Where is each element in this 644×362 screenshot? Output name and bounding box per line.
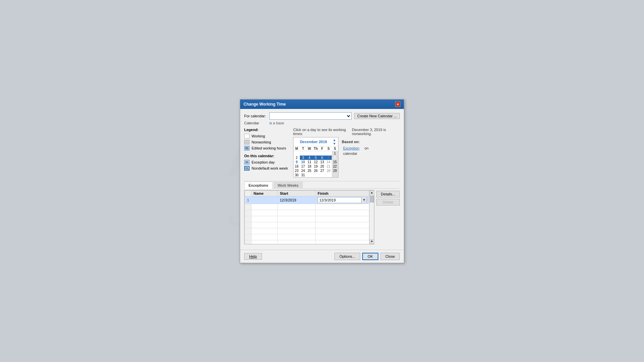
exception-day-box: 31 bbox=[244, 160, 250, 165]
cal-day[interactable] bbox=[313, 151, 319, 156]
close-button[interactable]: × bbox=[395, 102, 400, 107]
options-button[interactable]: Options... bbox=[334, 253, 360, 260]
scroll-up-arrow[interactable]: ▲ bbox=[370, 190, 374, 195]
cal-day[interactable]: 23 bbox=[293, 169, 300, 173]
exceptions-table: Name Start Finish 1 12/3 bbox=[245, 190, 369, 244]
cal-day[interactable]: 6 bbox=[319, 156, 325, 160]
cal-day[interactable]: 14 bbox=[325, 160, 332, 164]
cal-day[interactable] bbox=[325, 173, 332, 177]
close-label: Close bbox=[385, 254, 395, 258]
footer-right: Options... OK Close bbox=[334, 253, 400, 260]
exception-link[interactable]: Exception bbox=[342, 146, 360, 150]
title-bar: Change Working Time × bbox=[240, 100, 404, 109]
cal-day[interactable]: 16 bbox=[293, 164, 300, 169]
cal-day[interactable] bbox=[319, 173, 325, 177]
cal-day[interactable]: 15 bbox=[332, 160, 338, 164]
exceptions-table-wrapper: Name Start Finish 1 12/3 bbox=[245, 190, 369, 244]
exceptions-area: Name Start Finish 1 12/3 bbox=[244, 190, 400, 244]
exc-start[interactable]: 12/3/2019 bbox=[278, 196, 316, 204]
table-row: 30 31 bbox=[293, 173, 338, 177]
exc-finish[interactable] bbox=[315, 204, 369, 210]
cal-day[interactable]: 27 bbox=[319, 169, 325, 173]
scroll-thumb[interactable] bbox=[370, 196, 374, 202]
on-this-calendar-title: On this calendar: bbox=[244, 154, 290, 158]
table-row: 1 12/3/2019 12/3/2019 ▼ bbox=[245, 196, 369, 204]
day-header-t: T bbox=[300, 146, 306, 151]
ok-button[interactable]: OK bbox=[362, 253, 378, 260]
cal-day[interactable] bbox=[332, 173, 338, 177]
day-header-s2: S bbox=[332, 146, 338, 151]
cal-day[interactable]: 4 bbox=[306, 156, 313, 160]
cal-day[interactable]: 29 bbox=[332, 169, 338, 173]
cal-day[interactable]: 5 bbox=[313, 156, 319, 160]
cal-day[interactable]: 9 bbox=[293, 160, 300, 164]
cal-day[interactable] bbox=[319, 151, 325, 156]
tab-exceptions[interactable]: Exceptions bbox=[244, 182, 273, 189]
exceptions-table-header: Name Start Finish bbox=[245, 190, 369, 196]
cal-day[interactable]: 10 bbox=[300, 160, 306, 164]
cal-day[interactable]: 22 bbox=[332, 164, 338, 169]
cal-day[interactable]: 26 bbox=[313, 169, 319, 173]
nondefault-box: 31 bbox=[244, 166, 250, 171]
cal-day[interactable] bbox=[293, 151, 300, 156]
cal-day[interactable]: 28 bbox=[325, 169, 332, 173]
table-row bbox=[245, 222, 369, 228]
cal-day[interactable] bbox=[325, 151, 332, 156]
calendar-nav-up[interactable]: ▲ bbox=[332, 138, 337, 142]
exc-start[interactable] bbox=[278, 204, 316, 210]
cal-day[interactable] bbox=[313, 173, 319, 177]
exc-finish[interactable]: 12/3/2019 ▼ bbox=[315, 196, 369, 204]
for-calendar-label: For calendar: bbox=[244, 114, 269, 118]
finish-dropdown-arrow[interactable]: ▼ bbox=[361, 197, 367, 203]
scroll-down-arrow[interactable]: ▼ bbox=[370, 239, 374, 244]
cal-day[interactable] bbox=[306, 173, 313, 177]
cal-day[interactable]: 21 bbox=[325, 164, 332, 169]
cal-day[interactable]: 19 bbox=[313, 164, 319, 169]
cal-day[interactable]: 31 bbox=[300, 173, 306, 177]
calendar-base-row: Calendar is a base bbox=[244, 121, 400, 125]
cal-day[interactable]: 17 bbox=[300, 164, 306, 169]
cal-day[interactable]: 20 bbox=[319, 164, 325, 169]
tab-work-weeks[interactable]: Work Weeks bbox=[273, 182, 303, 189]
delete-button[interactable]: Delete bbox=[376, 199, 400, 205]
cal-day[interactable]: 13 bbox=[319, 160, 325, 164]
cal-day[interactable]: 30 bbox=[293, 173, 300, 177]
cal-day[interactable] bbox=[300, 151, 306, 156]
cal-day[interactable]: 12 bbox=[313, 160, 319, 164]
cal-day[interactable] bbox=[306, 151, 313, 156]
cal-day[interactable]: 8 bbox=[332, 156, 338, 160]
day-header-s1: S bbox=[325, 146, 332, 151]
legend-panel: Legend: Working Nonworking 31 Edited wor… bbox=[244, 128, 290, 178]
legend-item-nonworking: Nonworking bbox=[244, 140, 290, 144]
cal-day[interactable]: 25 bbox=[306, 169, 313, 173]
cal-day[interactable]: 18 bbox=[306, 164, 313, 169]
row-num bbox=[245, 204, 252, 210]
calendar-select[interactable] bbox=[269, 112, 352, 120]
table-row bbox=[245, 234, 369, 240]
working-box bbox=[244, 134, 250, 138]
table-row bbox=[245, 204, 369, 210]
exc-name[interactable] bbox=[252, 196, 278, 204]
table-row: 1 bbox=[293, 151, 338, 156]
cal-day[interactable]: 2 bbox=[293, 156, 300, 160]
cal-day[interactable]: 7 bbox=[325, 156, 332, 160]
exc-name[interactable] bbox=[252, 204, 278, 210]
day-header-f: F bbox=[319, 146, 325, 151]
cal-day[interactable]: 11 bbox=[306, 160, 313, 164]
table-scrollbar[interactable]: ▲ ▼ bbox=[369, 190, 374, 244]
create-new-calendar-button[interactable]: Create New Calendar ... bbox=[354, 113, 400, 119]
table-row: 23 24 25 26 27 28 29 bbox=[293, 169, 338, 173]
dialog-close-button[interactable]: Close bbox=[380, 253, 400, 260]
col-start: Start bbox=[278, 190, 316, 196]
calendar-nav-down[interactable]: ▼ bbox=[332, 142, 337, 145]
cal-day[interactable]: 3 bbox=[300, 156, 306, 160]
table-row bbox=[245, 216, 369, 222]
table-row bbox=[245, 240, 369, 244]
cal-day[interactable]: 1 bbox=[332, 151, 338, 156]
help-button[interactable]: Help bbox=[244, 253, 262, 260]
cal-day[interactable]: 24 bbox=[300, 169, 306, 173]
details-button[interactable]: Details... bbox=[376, 191, 400, 197]
dialog-body: For calendar: Create New Calendar ... Ca… bbox=[240, 109, 404, 248]
mini-calendar: December 2019 ▲ ▼ M T bbox=[293, 137, 338, 178]
calendar-month-year: December 2019 bbox=[295, 140, 332, 144]
